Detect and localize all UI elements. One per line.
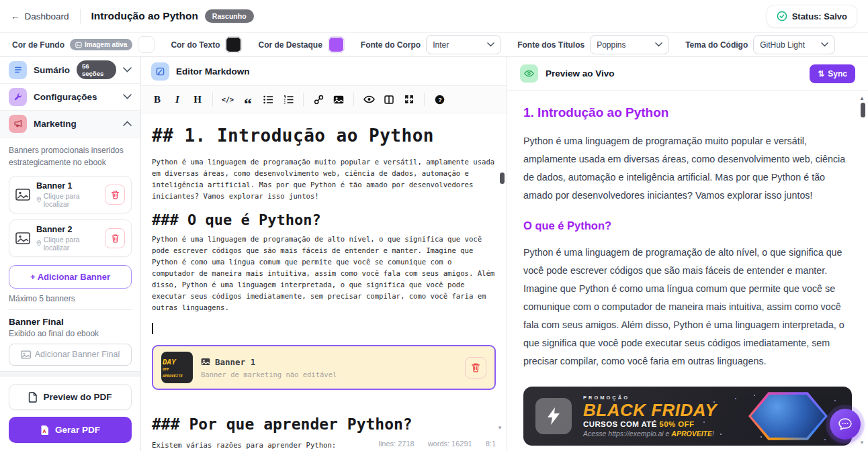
add-banner-button[interactable]: + Adicionar Banner [9,265,132,289]
pdf-file-icon: A [40,425,50,436]
max-banners-note: Máximo 5 banners [9,294,132,303]
unordered-list-button[interactable] [259,91,277,108]
trash-icon [471,362,480,372]
scroll-up-arrow-icon[interactable]: ▲ [859,95,865,101]
image-icon [333,95,344,104]
code-theme-label: Tema do Código [685,40,748,50]
live-preview-pane: Preview ao Vivo ⇅ Sync 1. Introdução ao … [507,57,868,451]
embedded-banner-widget[interactable]: DAY OFF APROVEITE Banner 1 Banner de mar… [152,345,496,390]
black-friday-banner: PROMOÇÃO BLACK FRIDAY CURSOS COM ATÉ 50%… [523,387,852,446]
markdown-textarea[interactable]: ## 1. Introdução ao Python Python é uma … [141,113,507,451]
banner-list-item-2[interactable]: Banner 2 Clique para localizar [9,219,132,257]
generate-pdf-button[interactable]: A Gerar PDF [9,417,132,443]
quote-button[interactable]: “ [238,91,257,108]
markdown-paragraph: Python é uma linguagem de programação de… [152,234,496,313]
delete-banner-button[interactable] [105,228,125,248]
fullscreen-button[interactable] [400,91,419,108]
sidebar-item-settings[interactable]: Configurações [0,84,140,111]
banner-title: Banner 2 [36,225,99,234]
body-font-select[interactable]: Inter [426,35,501,54]
markdown-heading-2: ### O que é Python? [152,211,496,228]
sidebar-item-summary[interactable]: Sumário 56 seções [0,57,140,84]
background-color-swatch[interactable] [138,36,155,53]
code-button[interactable]: </> [218,91,237,108]
megaphone-icon [9,115,27,133]
style-settings-bar: Cor de Fundo Imagem ativa Cor do Texto C… [0,32,868,57]
editor-status-bar: lines: 2718 words: 16291 8:1 [378,440,496,448]
svg-text:A: A [43,429,46,434]
topbar-divider [80,9,81,23]
side-by-side-button[interactable] [380,91,398,108]
banner-locate-hint[interactable]: Clique para localizar [36,192,99,208]
accent-color-label: Cor de Destaque [258,40,322,50]
preview-heading-2: O que é Python? [523,219,852,232]
back-label: Dashboard [25,11,69,21]
code-theme-select[interactable]: GitHub Light [753,35,835,54]
sidebar-item-marketing[interactable]: Marketing [0,111,140,138]
help-button[interactable]: ? [430,91,449,108]
editor-header: Editor Markdown [141,57,507,86]
chevron-down-icon [487,42,494,47]
add-final-banner-button[interactable]: Adicionar Banner Final [9,344,132,366]
preview-pdf-button[interactable]: Preview do PDF [9,384,132,410]
chat-bubble-icon [838,417,853,431]
draft-status-badge: Rascunho [205,9,254,23]
accent-color-swatch[interactable] [328,36,345,53]
constellation-decoration [754,395,755,396]
chevron-down-icon [821,42,828,47]
preview-content: 1. Introdução ao Python Python é uma lin… [507,91,868,451]
save-status-indicator: Status: Salvo [767,5,857,28]
topbar: ← Dashboard Introdução ao Python Rascunh… [0,0,868,32]
delete-embedded-banner-button[interactable] [465,357,486,379]
chevron-down-icon [655,42,662,47]
banner-text-block: PROMOÇÃO BLACK FRIDAY CURSOS COM ATÉ 50%… [583,395,717,438]
banner-title: Banner 1 [36,181,99,191]
text-color-swatch[interactable] [225,36,242,53]
check-circle-icon [777,11,787,21]
banner-locate-hint[interactable]: Clique para localizar [36,236,99,252]
back-to-dashboard-link[interactable]: ← Dashboard [11,11,69,21]
map-pin-icon [36,196,42,203]
toolbar-separator [303,93,304,106]
marketing-label: Marketing [34,119,77,129]
eye-icon [520,64,538,83]
chat-support-button[interactable] [830,409,861,440]
help-circle-icon: ? [435,95,445,105]
image-icon [75,42,82,48]
markdown-editor-pane: Editor Markdown B I H </> “ [141,57,507,451]
sync-button[interactable]: ⇅ Sync [810,64,855,83]
scroll-down-arrow-icon[interactable]: ▼ [859,440,865,446]
wrench-icon [9,88,27,106]
banner-widget-note: Banner de marketing não editável [201,370,337,379]
scroll-down-arrow-icon[interactable]: ▼ [497,425,503,431]
trash-icon [111,190,120,199]
heading-button[interactable]: H [188,91,207,108]
banner-hexagon-photo [735,389,842,443]
back-arrow-icon: ← [11,11,20,21]
preview-header: Preview ao Vivo ⇅ Sync [507,57,868,91]
words-count: words: 16291 [428,440,472,448]
editor-scrollbar-thumb[interactable] [500,172,505,184]
preview-scrollbar-thumb[interactable] [861,103,865,117]
pdf-actions: Preview do PDF A Gerar PDF [0,377,140,451]
sidebar-gap [0,371,140,377]
pdf-document-icon [28,392,38,403]
summary-list-icon [9,61,27,79]
lines-count: lines: 2718 [378,440,414,448]
banner-list-item-1[interactable]: Banner 1 Clique para localizar [9,176,132,213]
ordered-list-button[interactable] [279,91,298,108]
link-button[interactable] [309,91,328,108]
image-icon [201,358,210,366]
insert-image-button[interactable] [329,91,348,108]
heading-font-select[interactable]: Poppins [590,35,669,54]
editor-title: Editor Markdown [176,66,250,77]
delete-banner-button[interactable] [105,185,125,205]
settings-label: Configurações [34,92,97,102]
preview-toggle-button[interactable] [359,91,378,108]
image-icon [15,232,30,244]
text-color-label: Cor do Texto [171,40,220,50]
bold-button[interactable]: B [148,91,167,108]
image-icon [21,350,31,359]
eye-icon [363,95,375,103]
italic-button[interactable]: I [168,91,187,108]
